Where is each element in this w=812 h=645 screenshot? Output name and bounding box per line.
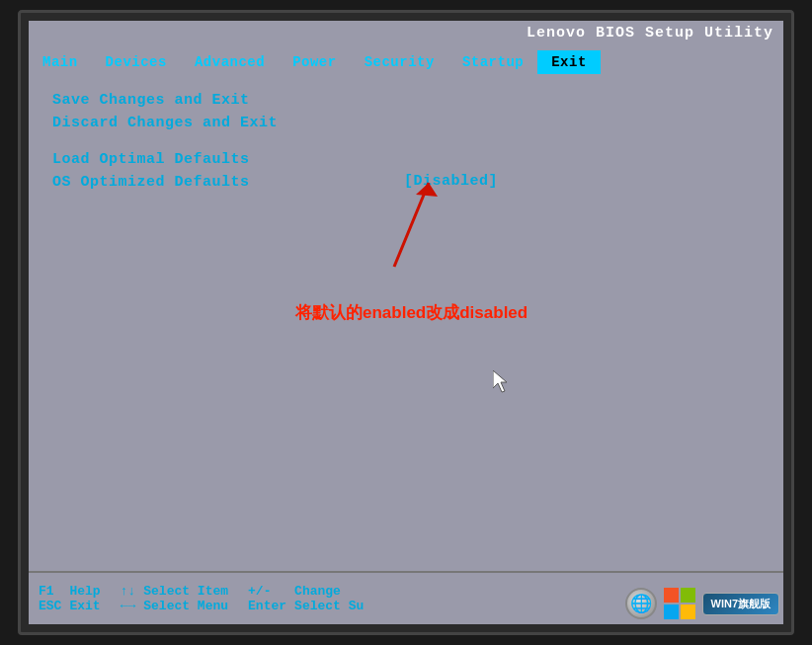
key-plusminus: +/- — [248, 584, 286, 599]
spacer — [52, 137, 760, 151]
menu-item-devices[interactable]: Devices — [92, 50, 181, 74]
bios-content: Save Changes and Exit Discard Changes an… — [29, 74, 783, 571]
bios-title: Lenovo BIOS Setup Utility — [527, 25, 773, 41]
key-updown: ↑↓ — [121, 584, 136, 599]
menu-item-security[interactable]: Security — [351, 50, 448, 74]
label-exit: Exit — [69, 599, 100, 613]
annotation-arrow — [335, 173, 453, 272]
discard-exit-option[interactable]: Discard Changes and Exit — [52, 115, 760, 131]
status-change: +/- Enter Change Select Su — [248, 584, 364, 613]
key-leftright: ←→ — [121, 599, 136, 613]
svg-line-0 — [394, 183, 429, 267]
label-change: Change — [294, 584, 364, 599]
svg-marker-1 — [416, 183, 438, 197]
menu-item-power[interactable]: Power — [279, 50, 351, 74]
win7-badge: WIN7旗舰版 — [702, 593, 780, 615]
annotation-text: 将默认的enabled改成disabled — [295, 301, 528, 324]
key-f1: F1 — [39, 584, 61, 599]
menu-item-exit[interactable]: Exit — [537, 50, 601, 74]
status-arrows: ↑↓ ←→ Select Item Select Menu — [121, 584, 228, 613]
status-f1: F1 ESC Help Exit — [39, 584, 101, 613]
monitor-frame: Lenovo BIOS Setup Utility Main Devices A… — [18, 10, 794, 635]
svg-rect-5 — [664, 605, 679, 619]
label-select-su: Select Su — [294, 599, 364, 613]
label-select-item: Select Item — [143, 584, 228, 599]
globe-icon: 🌐 — [625, 588, 657, 619]
menu-bar: Lenovo BIOS Setup Utility Main Devices A… — [29, 21, 783, 74]
svg-rect-4 — [681, 588, 695, 603]
label-help: Help — [69, 584, 100, 599]
save-exit-option[interactable]: Save Changes and Exit — [52, 92, 760, 109]
menu-items: Main Devices Advanced Power Security Sta… — [29, 50, 783, 74]
menu-item-main[interactable]: Main — [29, 50, 92, 74]
bios-screen: Lenovo BIOS Setup Utility Main Devices A… — [29, 21, 783, 624]
label-select-menu: Select Menu — [143, 599, 228, 613]
watermark-area: 🌐 WIN7旗舰版 — [625, 587, 780, 620]
key-enter: Enter — [248, 599, 286, 613]
svg-rect-6 — [681, 605, 695, 619]
mouse-cursor — [493, 370, 513, 394]
load-defaults-option[interactable]: Load Optimal Defaults — [52, 151, 760, 168]
status-bar: F1 ESC Help Exit ↑↓ ←→ Select Item Selec… — [29, 571, 783, 624]
svg-marker-2 — [493, 370, 507, 392]
key-esc: ESC — [39, 599, 61, 613]
menu-item-startup[interactable]: Startup — [448, 50, 537, 74]
windows-flag-icon — [663, 587, 696, 620]
svg-rect-3 — [664, 588, 679, 603]
menu-item-advanced[interactable]: Advanced — [181, 50, 279, 74]
